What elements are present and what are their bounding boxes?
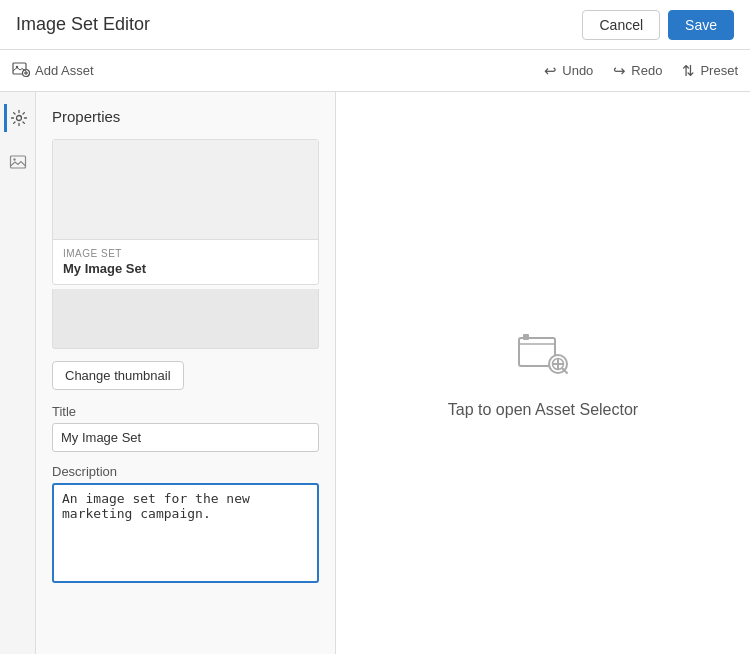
preset-button[interactable]: ⇅ Preset <box>682 62 738 80</box>
redo-label: Redo <box>631 63 662 78</box>
svg-rect-9 <box>523 334 529 340</box>
properties-title: Properties <box>52 108 319 125</box>
redo-icon: ↪ <box>613 62 626 80</box>
preset-icon: ⇅ <box>682 62 695 80</box>
header: Image Set Editor Cancel Save <box>0 0 750 50</box>
toolbar: Add Asset ↩ Undo ↪ Redo ⇅ Preset <box>0 50 750 92</box>
main-content: Properties IMAGE SET My Image Set Change… <box>0 92 750 654</box>
change-thumbnail-button[interactable]: Change thumbnail <box>52 361 184 390</box>
asset-selector-text: Tap to open Asset Selector <box>448 401 638 419</box>
toolbar-right: ↩ Undo ↪ Redo ⇅ Preset <box>544 62 738 80</box>
thumbnail-image <box>53 140 318 240</box>
redo-button[interactable]: ↪ Redo <box>613 62 662 80</box>
add-asset-label: Add Asset <box>35 63 94 78</box>
save-button[interactable]: Save <box>668 10 734 40</box>
undo-label: Undo <box>562 63 593 78</box>
properties-panel: Properties IMAGE SET My Image Set Change… <box>36 92 336 654</box>
sidebar-item-image[interactable] <box>4 148 32 176</box>
thumbnail-name: My Image Set <box>63 261 308 276</box>
header-buttons: Cancel Save <box>582 10 734 40</box>
add-asset-button[interactable]: Add Asset <box>12 60 94 82</box>
thumbnail-label: IMAGE SET <box>63 248 308 259</box>
thumbnail-container: IMAGE SET My Image Set <box>52 139 319 285</box>
title-input[interactable] <box>52 423 319 452</box>
cancel-button[interactable]: Cancel <box>582 10 660 40</box>
asset-selector-area[interactable]: Tap to open Asset Selector <box>336 92 750 654</box>
svg-point-5 <box>17 116 22 121</box>
description-field-label: Description <box>52 464 319 479</box>
asset-selector-icon <box>515 328 571 391</box>
thumbnail-info: IMAGE SET My Image Set <box>53 240 318 284</box>
svg-rect-6 <box>10 156 25 168</box>
thumbnail-strip <box>52 289 319 349</box>
sidebar-icons <box>0 92 36 654</box>
svg-point-7 <box>13 158 15 160</box>
undo-button[interactable]: ↩ Undo <box>544 62 593 80</box>
page-title: Image Set Editor <box>16 14 150 35</box>
undo-icon: ↩ <box>544 62 557 80</box>
description-textarea[interactable]: An image set for the new marketing campa… <box>52 483 319 583</box>
preset-label: Preset <box>700 63 738 78</box>
title-field-label: Title <box>52 404 319 419</box>
add-asset-icon <box>12 60 30 82</box>
sidebar-item-gear[interactable] <box>4 104 32 132</box>
